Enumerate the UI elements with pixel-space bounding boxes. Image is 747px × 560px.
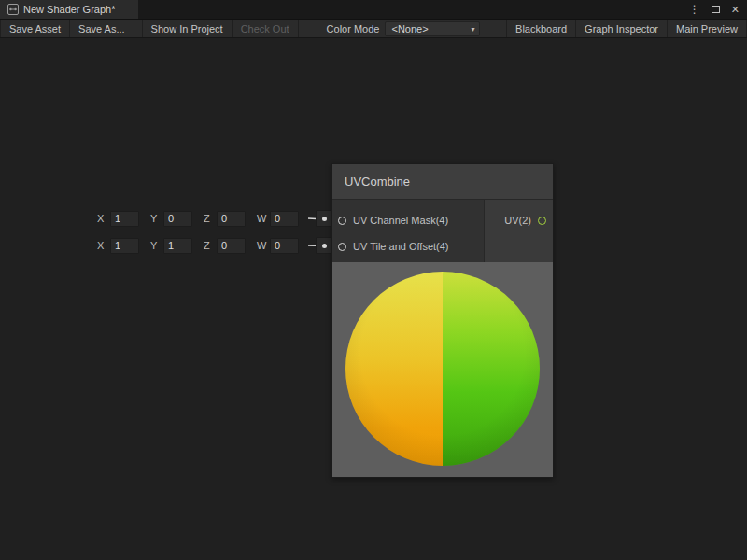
output-port-circle[interactable]	[538, 217, 546, 225]
color-mode-label: Color Mode	[323, 20, 386, 37]
axis-label-x: X	[97, 240, 108, 251]
dropdown-arrow-icon: ▾	[466, 25, 479, 34]
kebab-menu-icon[interactable]: ⋮	[689, 4, 700, 15]
input-port-label: UV Tile and Offset(4)	[353, 241, 449, 252]
graph-canvas[interactable]: X Y Z W X Y Z W UVCombine UV Channel Mas…	[0, 38, 747, 560]
port-stub-dot-icon	[322, 244, 327, 248]
axis-label-w: W	[257, 213, 268, 224]
axis-label-w: W	[257, 240, 268, 251]
port-stub-dot-icon	[322, 217, 327, 221]
save-as-button[interactable]: Save As...	[70, 20, 134, 37]
input-port-label: UV Channel Mask(4)	[353, 215, 448, 226]
toolbar-gap	[134, 20, 142, 37]
toolbar: Save Asset Save As... Show In Project Ch…	[0, 20, 747, 38]
vector4-row-channel-mask: X Y Z W	[97, 210, 332, 227]
axis-label-y: Y	[150, 213, 162, 224]
port-stub[interactable]	[316, 237, 332, 254]
vector-field-w[interactable]	[270, 238, 299, 254]
axis-label-x: X	[97, 213, 108, 224]
port-stub[interactable]	[316, 210, 332, 227]
save-asset-button[interactable]: Save Asset	[0, 20, 70, 37]
vector-field-x[interactable]	[110, 238, 139, 254]
node-input-ports: UV Channel Mask(4) UV Tile and Offset(4)	[332, 200, 484, 262]
tab-title: New Shader Graph*	[23, 4, 115, 15]
shader-graph-icon	[7, 4, 19, 15]
graph-inspector-button[interactable]: Graph Inspector	[576, 20, 668, 37]
axis-label-z: Z	[204, 213, 215, 224]
sphere-shading	[345, 272, 540, 466]
vector-field-y[interactable]	[163, 238, 192, 254]
node-header[interactable]: UVCombine	[332, 164, 553, 200]
titlebar-spacer	[138, 0, 689, 19]
axis-label-y: Y	[150, 240, 162, 251]
output-port-label: UV(2)	[504, 215, 531, 226]
vector-field-y[interactable]	[163, 211, 192, 227]
node-title: UVCombine	[345, 175, 410, 189]
check-out-button: Check Out	[233, 20, 299, 37]
toolbar-spacer	[480, 20, 506, 37]
node-ports: UV Channel Mask(4) UV Tile and Offset(4)…	[332, 200, 553, 262]
node-output-ports: UV(2)	[484, 200, 553, 262]
preview-sphere	[345, 272, 540, 466]
show-in-project-button[interactable]: Show In Project	[142, 20, 233, 37]
input-port-circle[interactable]	[338, 243, 346, 251]
titlebar: New Shader Graph* ⋮ ✕	[0, 0, 747, 20]
vector-field-z[interactable]	[217, 238, 246, 254]
vector-field-z[interactable]	[217, 211, 246, 227]
toolbar-gap	[299, 20, 323, 37]
blackboard-button[interactable]: Blackboard	[506, 20, 576, 37]
uvcombine-node[interactable]: UVCombine UV Channel Mask(4) UV Tile and…	[331, 163, 554, 478]
vector-field-w[interactable]	[270, 211, 299, 227]
color-mode-dropdown[interactable]: <None> ▾	[385, 21, 480, 36]
node-preview	[332, 262, 553, 477]
input-port-row: UV Tile and Offset(4)	[332, 233, 484, 259]
vector4-row-tile-offset: X Y Z W	[97, 237, 332, 254]
axis-label-z: Z	[204, 240, 215, 251]
color-mode-value: <None>	[391, 23, 428, 35]
vector-field-x[interactable]	[110, 211, 139, 227]
maximize-icon[interactable]	[712, 6, 720, 13]
main-preview-button[interactable]: Main Preview	[668, 20, 747, 37]
output-port-row: UV(2)	[485, 207, 553, 233]
shader-graph-tab[interactable]: New Shader Graph*	[0, 0, 138, 19]
input-port-row: UV Channel Mask(4)	[332, 207, 484, 233]
close-icon[interactable]: ✕	[731, 5, 740, 15]
input-port-circle[interactable]	[338, 217, 346, 225]
